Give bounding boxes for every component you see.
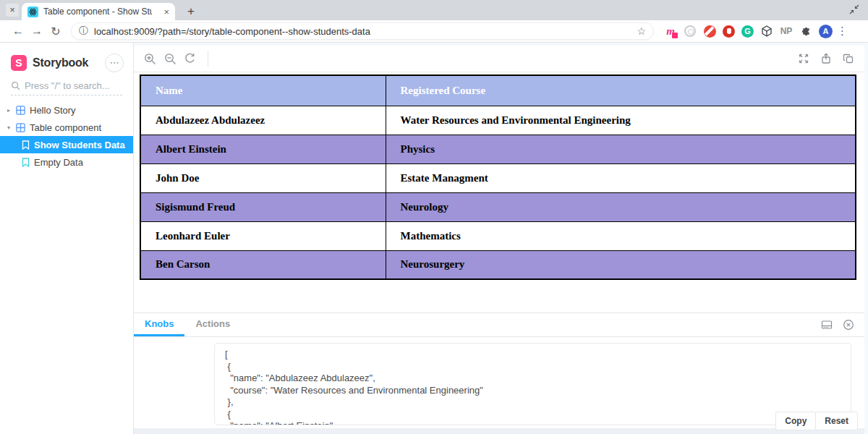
close-panel-icon[interactable] [843, 319, 854, 331]
storybook-logo-icon: S [11, 55, 27, 71]
canvas-toolbar-right [798, 53, 854, 64]
extension-badge [672, 33, 678, 38]
cube-extension-icon[interactable] [760, 25, 773, 38]
cell-name: Leonhard Euler [140, 221, 386, 250]
cell-name: John Doe [140, 163, 386, 192]
blocker-hand-extension-icon[interactable] [723, 25, 735, 38]
profile-avatar[interactable]: A [819, 25, 833, 38]
bookmark-icon [22, 158, 30, 167]
mail-extension-icon[interactable]: m [664, 25, 677, 38]
zoom-in-icon[interactable] [144, 53, 156, 65]
panel-position-icon[interactable] [821, 319, 833, 331]
table-row: Sigismund Freud Neurology [140, 192, 856, 221]
canvas-toolbar [134, 46, 864, 72]
url-text[interactable]: localhost:9009/?path=/story/table-compon… [94, 26, 631, 37]
browser-tab[interactable]: Table component - Show Stude × [22, 3, 175, 20]
search-icon [11, 81, 20, 90]
grammarly-extension-icon[interactable]: G [741, 25, 754, 38]
extensions-puzzle-icon[interactable] [799, 25, 812, 38]
zoom-out-icon[interactable] [164, 53, 176, 65]
browser-menu-icon[interactable]: ⋮ [837, 25, 847, 38]
tab-actions[interactable]: Actions [184, 313, 241, 336]
adblocker-extension-icon[interactable] [703, 25, 716, 38]
sidebar: S Storybook ⋯ ▸ Hello Story ▾ Table comp… [0, 43, 134, 434]
knob-buttons: Copy Reset [775, 412, 858, 430]
storybook-app: S Storybook ⋯ ▸ Hello Story ▾ Table comp… [0, 43, 868, 434]
search-box[interactable] [11, 80, 122, 95]
address-bar[interactable]: ⓘ localhost:9009/?path=/story/table-comp… [71, 22, 654, 40]
browser-toolbar: ← → ↻ ⓘ localhost:9009/?path=/story/tabl… [0, 20, 868, 43]
cell-name: Ben Carson [140, 250, 386, 279]
story-tree: ▸ Hello Story ▾ Table component Show Stu… [0, 101, 133, 171]
reset-button[interactable]: Reset [815, 412, 858, 430]
cell-name: Albert Einstein [140, 135, 386, 163]
extension-icons: m G NP A [664, 25, 833, 38]
table-row: Abdulazeez Abdulazeez Water Resources an… [140, 106, 856, 135]
screen-recorder-extension-icon[interactable] [684, 25, 697, 38]
sidebar-item-label: Hello Story [30, 105, 76, 116]
share-icon[interactable] [820, 53, 832, 64]
knobs-panel-content: [ { "name": "Abdulazeez Abdulazeez", "co… [134, 337, 864, 434]
toolbar-divider [208, 51, 208, 67]
copy-button[interactable]: Copy [775, 412, 816, 430]
search-input[interactable] [25, 80, 119, 91]
sidebar-item-hello-story[interactable]: ▸ Hello Story [0, 101, 133, 119]
chevron-down-icon[interactable]: ▾ [7, 124, 16, 131]
forward-icon[interactable]: → [27, 25, 46, 38]
react-favicon-icon [27, 7, 38, 17]
panel-bottom-strip [134, 428, 864, 434]
main-area: Name Registered Course Abdulazeez Abdula… [134, 43, 868, 434]
knob-json-value: [ { "name": "Abdulazeez Abdulazeez", "co… [225, 349, 841, 425]
window-restore-icon[interactable] [849, 4, 859, 14]
cell-course: Neurosurgery [386, 250, 856, 279]
column-header-name: Name [140, 75, 386, 106]
sidebar-item-show-students-data[interactable]: Show Students Data [0, 136, 133, 153]
addons-panel: Knobs Actions [ { "name": "Abdulazeez Ab… [134, 312, 864, 434]
sidebar-item-label: Table component [30, 122, 101, 133]
column-header-course: Registered Course [386, 75, 856, 106]
chevron-right-icon[interactable]: ▸ [7, 107, 16, 114]
sidebar-header: S Storybook ⋯ [0, 53, 133, 73]
open-in-new-tab-icon[interactable] [843, 53, 854, 64]
sidebar-item-table-component[interactable]: ▾ Table component [0, 119, 133, 136]
table-row: Ben Carson Neurosurgery [140, 250, 856, 279]
bookmark-star-icon[interactable]: ☆ [637, 25, 646, 37]
cell-name: Sigismund Freud [140, 192, 386, 221]
table-row: John Doe Estate Managment [140, 163, 856, 192]
panel-controls [821, 313, 854, 336]
table-row: Albert Einstein Physics [140, 135, 856, 163]
cell-course: Physics [386, 135, 856, 163]
reload-icon[interactable]: ↻ [46, 25, 65, 38]
students-table: Name Registered Course Abdulazeez Abdula… [140, 75, 856, 280]
component-icon [16, 123, 25, 132]
site-info-icon[interactable]: ⓘ [79, 25, 88, 38]
table-header-row: Name Registered Course [140, 75, 856, 106]
sidebar-item-label: Empty Data [34, 157, 83, 168]
browser-tabstrip: × Table component - Show Stude × + [0, 0, 868, 20]
component-icon [16, 106, 25, 115]
new-tab-button[interactable]: + [182, 3, 200, 20]
cell-name: Abdulazeez Abdulazeez [140, 106, 386, 135]
knob-value-textarea[interactable]: [ { "name": "Abdulazeez Abdulazeez", "co… [214, 343, 851, 425]
cell-course: Estate Managment [386, 163, 856, 192]
tab-title: Table component - Show Stude [43, 7, 152, 17]
sidebar-item-label: Show Students Data [34, 140, 125, 150]
back-icon[interactable]: ← [9, 25, 27, 38]
cell-course: Mathematics [386, 221, 856, 250]
storybook-title: Storybook [33, 56, 88, 69]
cell-course: Water Resources and Environmental Engine… [386, 106, 856, 135]
story-canvas: Name Registered Course Abdulazeez Abdula… [134, 72, 864, 312]
fullscreen-icon[interactable] [798, 53, 809, 64]
np-extension-icon[interactable]: NP [780, 25, 793, 38]
table-row: Leonhard Euler Mathematics [140, 221, 856, 250]
tab-close-icon[interactable]: × [163, 7, 169, 17]
sidebar-menu-button[interactable]: ⋯ [105, 54, 124, 72]
zoom-reset-icon[interactable] [184, 53, 197, 65]
tab-knobs[interactable]: Knobs [134, 313, 184, 336]
window-close-button[interactable]: × [6, 4, 19, 17]
addons-tabbar: Knobs Actions [134, 313, 864, 337]
sidebar-item-empty-data[interactable]: Empty Data [0, 153, 133, 171]
cell-course: Neurology [386, 192, 856, 221]
bookmark-icon [22, 140, 30, 150]
